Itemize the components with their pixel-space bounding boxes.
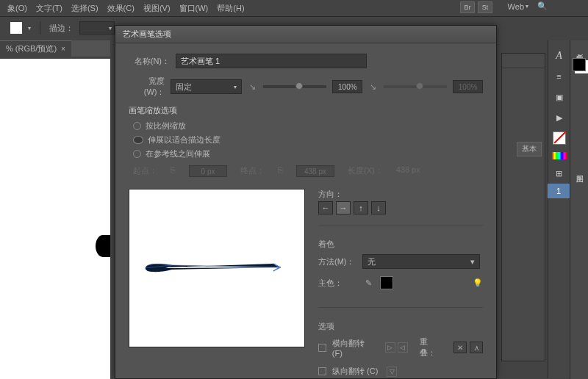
flip-horizontal-checkbox[interactable]	[318, 344, 326, 352]
scale-proportional-radio[interactable]: 按比例缩放	[133, 120, 483, 131]
menu-view[interactable]: 视图(V)	[143, 3, 171, 14]
menu-window[interactable]: 窗口(W)	[179, 3, 209, 14]
grid-icon[interactable]: ⊞	[552, 167, 567, 180]
link-icon: ⎘	[171, 165, 176, 177]
width-label: 宽度(W)：	[129, 76, 165, 98]
menu-effect[interactable]: 效果(C)	[107, 3, 135, 14]
brushes-panel[interactable]: 基本	[501, 53, 545, 361]
chevron-down-icon: ▾	[526, 3, 528, 10]
method-label: 方法(M)：	[318, 256, 356, 267]
far-right-dock: 色板 图层	[570, 40, 588, 379]
menu-help[interactable]: 帮助(H)	[217, 3, 244, 14]
flip-vertical-label: 纵向翻转 (C)	[332, 366, 378, 377]
end-field: 438 px	[296, 165, 334, 177]
width-type-value: 固定	[176, 82, 192, 93]
brush-preview	[129, 189, 305, 347]
art-brush-options-dialog: 艺术画笔选项 名称(N)： 艺术画笔 1 宽度(W)： 固定 ▾ ↘ 100% …	[115, 25, 497, 379]
scale-options-title: 画笔缩放选项	[129, 105, 483, 116]
document-tab[interactable]: % (RGB/预览) ×	[0, 40, 71, 57]
overlap-option-1[interactable]: ✕	[453, 342, 467, 353]
name-label: 名称(N)：	[129, 56, 170, 67]
menu-select[interactable]: 选择(S)	[71, 3, 98, 14]
width-slider-2	[384, 85, 448, 88]
workspace-label: Web	[508, 2, 524, 11]
close-icon[interactable]: ×	[61, 45, 65, 53]
tips-icon[interactable]: 💡	[473, 278, 483, 288]
brush-stroke-preview	[143, 261, 290, 275]
flip-h-icon: ▷	[385, 342, 395, 353]
link-icon: ⎘	[278, 165, 283, 177]
pen-tilt-right-icon[interactable]: ↘	[368, 82, 377, 92]
pen-tilt-left-icon[interactable]: ↘	[248, 82, 257, 92]
options-title: 选项	[318, 321, 483, 332]
gradient-swatch[interactable]	[552, 152, 567, 159]
canvas-shape	[96, 235, 110, 257]
colorization-title: 着色	[318, 239, 483, 250]
align-panel-icon[interactable]: ≡	[552, 70, 567, 83]
keycolor-label: 主色：	[318, 278, 356, 289]
fill-swatch[interactable]	[573, 58, 586, 71]
colorization-method-dropdown[interactable]: 无 ▾	[362, 254, 480, 269]
brush-name-input[interactable]: 艺术画笔 1	[176, 54, 367, 68]
swatch-none[interactable]	[553, 131, 566, 145]
guide-fields: 起点： ⎘ 0 px 终点： ⎘ 438 px 长度(X)： 438 px	[133, 165, 483, 177]
bridge-icon[interactable]: Br	[460, 1, 475, 13]
width-percent-field[interactable]: 100%	[332, 80, 362, 93]
stroke-weight-dropdown[interactable]: ▾	[79, 21, 115, 35]
method-value: 无	[368, 256, 376, 267]
flip-vertical-checkbox[interactable]	[318, 367, 326, 375]
selection-icon[interactable]	[10, 22, 22, 34]
chevron-down-icon[interactable]: ▾	[28, 25, 31, 32]
artboard[interactable]	[0, 59, 110, 379]
direction-right-button[interactable]: →	[336, 201, 351, 214]
right-dock-column: A ≡ ▣ ▶ ⊞	[548, 40, 570, 378]
stretch-between-guides-radio[interactable]: 在参考线之间伸展	[133, 148, 483, 159]
direction-up-button[interactable]: ↑	[354, 201, 368, 214]
direction-down-button[interactable]: ↓	[371, 201, 386, 214]
workspace-dropdown[interactable]: Web ▾ 🔍	[508, 1, 548, 11]
menu-type[interactable]: 文字(T)	[36, 3, 62, 14]
pathfinder-panel-icon[interactable]: ▣	[552, 90, 567, 104]
width-type-dropdown[interactable]: 固定 ▾	[171, 79, 242, 94]
search-icon[interactable]: 🔍	[537, 1, 548, 11]
chevron-down-icon: ▾	[470, 257, 475, 267]
eyedropper-icon[interactable]: ✎	[362, 277, 374, 289]
width-slider[interactable]	[263, 85, 327, 88]
width-percent-field-2: 100%	[453, 80, 483, 93]
flip-v-icon: ▽	[387, 367, 397, 377]
flip-h-icon-2: ◁	[398, 342, 408, 353]
chevron-down-icon: ▾	[234, 84, 237, 90]
stretch-to-fit-radio[interactable]: 伸展以适合描边长度	[133, 134, 483, 145]
menu-bar: 象(O) 文字(T) 选择(S) 效果(C) 视图(V) 窗口(W) 帮助(H)	[0, 0, 588, 16]
radio-label: 按比例缩放	[146, 120, 186, 131]
play-icon[interactable]: ▶	[552, 111, 567, 124]
document-tabs: % (RGB/预览) ×	[0, 40, 110, 57]
app-switch-icons: Br St	[460, 1, 492, 13]
document-tab-label: % (RGB/预览)	[6, 43, 57, 54]
radio-label: 伸展以适合描边长度	[148, 134, 220, 145]
character-panel-icon[interactable]: A	[552, 49, 567, 62]
flip-horizontal-label: 横向翻转 (F)	[332, 338, 376, 358]
length-label: 长度(X)：	[348, 165, 383, 177]
overlap-option-2[interactable]: ⋏	[470, 342, 483, 353]
end-label: 终点：	[240, 165, 265, 177]
keycolor-swatch[interactable]	[380, 276, 393, 289]
start-label: 起点：	[133, 165, 157, 177]
direction-title: 方向：	[318, 189, 483, 200]
brush-basic-button[interactable]: 基本	[517, 142, 542, 156]
dialog-title: 艺术画笔选项	[123, 29, 171, 40]
stock-icon[interactable]: St	[478, 1, 492, 13]
start-field: 0 px	[189, 165, 227, 177]
stroke-label: 描边：	[49, 23, 74, 34]
length-value: 438 px	[396, 165, 420, 177]
menu-object[interactable]: 象(O)	[7, 3, 27, 14]
dialog-titlebar[interactable]: 艺术画笔选项	[115, 26, 496, 43]
layer-1-row[interactable]: 1	[548, 184, 570, 198]
overlap-label: 重叠：	[420, 336, 443, 358]
radio-label: 在参考线之间伸展	[146, 148, 210, 159]
direction-left-button[interactable]: ←	[318, 201, 333, 214]
